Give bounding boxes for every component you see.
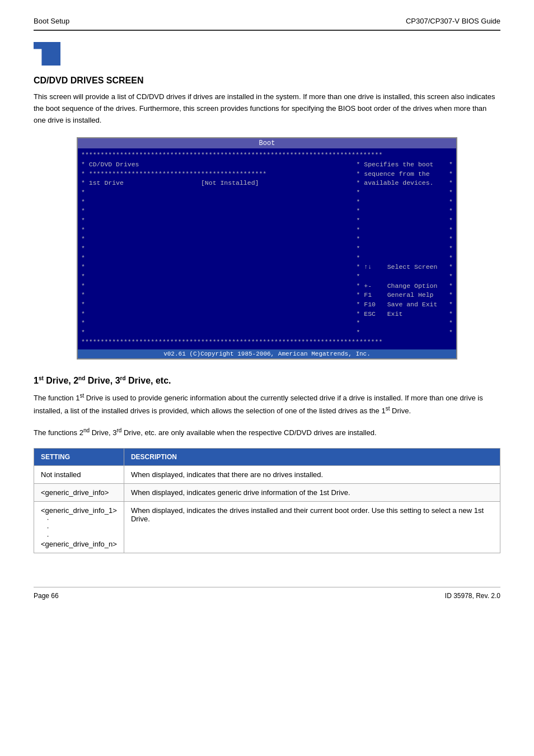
bios-asterisk-top: ****************************************…	[81, 151, 453, 160]
desc-not-installed: When displayed, indicates that there are…	[124, 466, 500, 484]
bios-footer: v02.61 (C)Copyright 1985-2006, American …	[78, 349, 456, 358]
bios-row-7: * * *	[81, 216, 453, 226]
bios-body: ****************************************…	[78, 148, 456, 349]
page-number: Page 66	[34, 592, 59, 600]
bios-row-4: * * *	[81, 188, 453, 198]
bios-row-12: * * *	[81, 272, 453, 282]
bios-change-option: * * +- Change Option *	[81, 282, 453, 291]
section-icon	[34, 42, 60, 66]
bios-row-11: * * *	[81, 254, 453, 263]
sup-st: st	[39, 375, 44, 381]
setting-generic-drive-info-n: <generic_drive_info_1> · · · <generic_dr…	[34, 502, 124, 553]
bios-row-3: * 1st Drive [Not Installed] * available …	[81, 179, 453, 188]
bios-esc-exit: * * ESC Exit *	[81, 310, 453, 319]
bios-select-screen: * * ↑↓ Select Screen *	[81, 263, 453, 272]
table-row: <generic_drive_info> When displayed, ind…	[34, 484, 500, 502]
bios-row-9: * * *	[81, 235, 453, 244]
col-description-header: DESCRIPTION	[124, 449, 500, 466]
bios-row-1: * CD/DVD Drives * Specifies the boot *	[81, 160, 453, 170]
desc-generic-drive-info-n: When displayed, indicates the drives ins…	[124, 502, 500, 553]
table-row: <generic_drive_info_1> · · · <generic_dr…	[34, 502, 500, 553]
bios-row-6: * * *	[81, 207, 453, 216]
section2-para2: The functions 2nd Drive, 3rd Drive, etc.…	[34, 426, 500, 439]
bios-f10-save: * * F10 Save and Exit *	[81, 300, 453, 310]
section1-body: This screen will provide a list of CD/DV…	[34, 91, 500, 126]
sup-st-p1: st	[79, 393, 84, 399]
bios-row-5: * * *	[81, 198, 453, 207]
setting-generic-drive-info: <generic_drive_info>	[34, 484, 124, 502]
page-header: Boot Setup CP307/CP307-V BIOS Guide	[34, 17, 500, 31]
document-id: ID 35978, Rev. 2.0	[445, 592, 500, 600]
bios-row-8: * * *	[81, 226, 453, 235]
section1-title: CD/DVD DRIVES SCREEN	[34, 76, 500, 86]
bios-title: Boot	[78, 138, 456, 148]
settings-table: SETTING DESCRIPTION Not installed When d…	[34, 448, 500, 553]
section2-title: 1st Drive, 2nd Drive, 3rd Drive, etc.	[34, 375, 500, 386]
bios-screen: Boot ***********************************…	[77, 137, 457, 359]
bios-row-2: * **************************************…	[81, 170, 453, 179]
sup-nd: nd	[78, 375, 85, 381]
table-row: Not installed When displayed, indicates …	[34, 466, 500, 484]
desc-generic-drive-info: When displayed, indicates generic drive …	[124, 484, 500, 502]
bios-asterisk-bottom: ****************************************…	[81, 338, 453, 347]
bios-row-14: * * *	[81, 328, 453, 338]
header-left: Boot Setup	[34, 17, 69, 25]
bios-row-13: * * *	[81, 319, 453, 328]
sup-rd-p2: rd	[116, 427, 121, 433]
sup-rd: rd	[120, 375, 126, 381]
col-setting-header: SETTING	[34, 449, 124, 466]
setting-not-installed: Not installed	[34, 466, 124, 484]
sup-st-p1b: st	[386, 405, 390, 412]
header-right: CP307/CP307-V BIOS Guide	[406, 17, 500, 25]
bios-f1-help: * * F1 General Help *	[81, 291, 453, 300]
section2-para1: The function 1st Drive is used to provid…	[34, 391, 500, 417]
page-footer: Page 66 ID 35978, Rev. 2.0	[34, 587, 500, 600]
table-header-row: SETTING DESCRIPTION	[34, 449, 500, 466]
section2-title-1st: 1st Drive, 2nd Drive, 3rd Drive, etc.	[34, 376, 171, 385]
bios-row-10: * * *	[81, 244, 453, 254]
sup-nd-p2: nd	[83, 427, 90, 433]
